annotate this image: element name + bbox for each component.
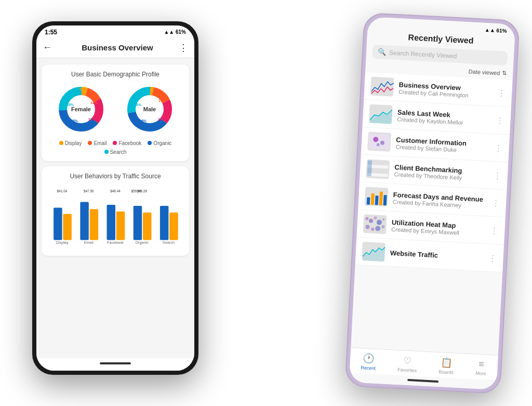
svg-text:Organic: Organic	[135, 240, 149, 245]
svg-rect-37	[143, 212, 151, 240]
svg-text:28%: 28%	[134, 103, 142, 107]
svg-rect-54	[367, 160, 373, 176]
status-icons-right: ▲▲ 61%	[485, 27, 507, 33]
search-placeholder: Search Recently Viewed	[389, 48, 457, 59]
list-item-more-2[interactable]: ⋮	[494, 142, 503, 153]
thumb-chart-1	[369, 104, 393, 124]
svg-point-66	[371, 227, 374, 230]
svg-text:Email: Email	[84, 240, 94, 245]
svg-rect-32	[80, 202, 88, 240]
list-thumb-6	[362, 242, 385, 261]
thumb-chart-0	[370, 76, 394, 96]
svg-rect-55	[367, 197, 370, 204]
filter-label: Date viewed	[469, 68, 500, 75]
svg-rect-36	[134, 205, 142, 240]
traffic-title: User Behaviors by Traffic Source	[47, 173, 184, 180]
thumb-chart-3	[366, 159, 390, 179]
list-thumb-5	[363, 214, 387, 234]
list-item-text-2: Customer Information Created by Stefan D…	[395, 135, 489, 154]
svg-rect-57	[375, 195, 379, 205]
traffic-card: User Behaviors by Traffic Source $41.04 …	[42, 166, 189, 256]
bar-chart-svg: $41.04 $47.50 $46.44 $59.96 $46.28	[49, 185, 182, 247]
demographic-title: User Basic Demographic Profile	[47, 71, 184, 78]
list-thumb-1	[369, 104, 393, 124]
list-thumb-0	[370, 76, 394, 96]
svg-text:5%: 5%	[79, 87, 85, 91]
nav-boards[interactable]: 📋 Boards	[438, 357, 454, 375]
male-donut-chart: Male 28% 36% 18% 15%	[124, 83, 176, 135]
svg-text:$41.04: $41.04	[57, 189, 68, 193]
female-donut-wrap: Female 26% 38% 19% 12% 5%	[55, 83, 107, 135]
donuts-row: Female 26% 38% 19% 12% 5%	[47, 83, 184, 135]
svg-rect-31	[63, 214, 71, 240]
demographic-card: User Basic Demographic Profile	[42, 64, 189, 161]
svg-text:36%: 36%	[139, 119, 147, 123]
svg-text:Display: Display	[56, 240, 69, 245]
legend-display: Display	[59, 140, 82, 146]
svg-text:Search: Search	[163, 240, 175, 245]
list-item-more-0[interactable]: ⋮	[497, 87, 506, 98]
svg-rect-39	[169, 212, 178, 240]
list-item-text-4: Forecast Days and Revenue Created by Far…	[393, 190, 487, 209]
thumb-chart-5	[363, 214, 387, 234]
svg-rect-30	[54, 207, 62, 240]
list-thumb-4	[365, 187, 389, 206]
svg-text:18%: 18%	[158, 117, 166, 121]
chart-legend: Display Email Facebook Organic	[47, 140, 184, 155]
legend-search: Search	[104, 149, 127, 155]
svg-rect-58	[379, 191, 383, 205]
list-thumb-2	[367, 132, 391, 151]
nav-recent[interactable]: 🕐 Recent	[361, 352, 376, 371]
legend-email: Email	[88, 140, 107, 146]
svg-point-63	[377, 219, 382, 225]
female-donut-chart: Female 26% 38% 19% 12% 5%	[55, 83, 107, 135]
list-item-text-3: Client Benchmarking Created by Theodore …	[394, 163, 488, 181]
svg-point-62	[374, 216, 377, 219]
back-icon[interactable]: ←	[43, 42, 52, 53]
svg-point-67	[375, 226, 381, 231]
recently-viewed-list: Business Overview Created by Cali Pennin…	[351, 72, 512, 355]
svg-rect-46	[368, 134, 390, 149]
status-icons-left: ▲▲ 61%	[164, 29, 186, 35]
boards-icon: 📋	[441, 357, 453, 369]
scene: 1:55 ▲▲ 61% ← Business Overview ⋮ User B…	[17, 11, 515, 396]
app-bar-left: ← Business Overview ⋮	[36, 38, 194, 58]
svg-text:15%: 15%	[158, 99, 166, 102]
svg-rect-35	[116, 211, 125, 240]
recent-icon: 🕐	[363, 352, 375, 364]
more-icon[interactable]: ⋮	[179, 42, 188, 54]
list-item-more-4[interactable]: ⋮	[491, 198, 500, 208]
home-indicator-left	[100, 362, 131, 364]
svg-point-61	[369, 218, 373, 222]
nav-more-label: More	[475, 370, 486, 376]
svg-text:Facebook: Facebook	[107, 240, 124, 245]
svg-text:$46.28: $46.28	[137, 189, 147, 193]
svg-rect-38	[160, 205, 168, 240]
svg-text:Female: Female	[71, 106, 91, 112]
svg-text:$47.50: $47.50	[84, 189, 94, 193]
svg-point-65	[365, 225, 369, 229]
nav-favorites[interactable]: ♡ Favorites	[397, 354, 418, 373]
app-title: Business Overview	[56, 43, 179, 52]
svg-point-68	[381, 225, 384, 228]
svg-text:38%: 38%	[71, 119, 78, 123]
list-item-text-6: Website Traffic	[390, 248, 484, 261]
list-item-more-1[interactable]: ⋮	[496, 115, 504, 125]
svg-rect-59	[383, 195, 387, 205]
svg-rect-34	[107, 205, 115, 240]
list-item-more-5[interactable]: ⋮	[490, 225, 499, 235]
svg-text:Male: Male	[143, 106, 156, 112]
status-bar-left: 1:55 ▲▲ 61%	[36, 25, 194, 38]
nav-more[interactable]: ≡ More	[475, 358, 487, 376]
list-item-more-6[interactable]: ⋮	[488, 253, 497, 263]
legend-facebook: Facebook	[113, 140, 141, 146]
search-icon: 🔍	[378, 48, 387, 56]
filter-icon: ⇅	[502, 69, 507, 76]
home-indicator-right	[407, 378, 438, 382]
svg-point-64	[382, 218, 384, 220]
list-item-more-3[interactable]: ⋮	[493, 170, 501, 180]
legend-organic: Organic	[148, 140, 171, 146]
more-nav-icon: ≡	[478, 359, 485, 370]
phone-right: ▲▲ 61% Recently Viewed 🔍 Search Recently…	[344, 12, 520, 394]
home-bar-left	[36, 358, 194, 371]
